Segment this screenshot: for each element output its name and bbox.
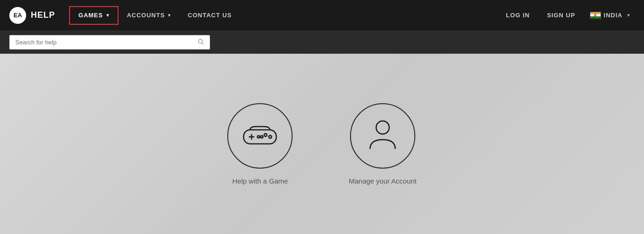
manage-account-label: Manage your Account	[349, 177, 416, 185]
help-game-label: Help with a Game	[232, 177, 288, 185]
svg-point-9	[376, 121, 389, 134]
nav-links: GAMES ▾ ACCOUNTS ▾ CONTACT US	[69, 0, 498, 30]
svg-line-1	[202, 43, 203, 44]
svg-point-5	[264, 134, 267, 136]
nav-item-games[interactable]: GAMES ▾	[69, 6, 119, 25]
svg-point-8	[261, 136, 263, 138]
nav-item-contact[interactable]: CONTACT US	[179, 0, 240, 30]
nav-right: LOG IN SIGN UP INDIA ▾	[498, 0, 635, 30]
search-input-wrapper[interactable]	[9, 35, 210, 50]
chevron-down-icon: ▾	[627, 13, 630, 18]
svg-point-7	[258, 136, 260, 138]
svg-point-0	[198, 39, 202, 43]
ea-logo: EA	[9, 7, 26, 24]
india-flag-icon	[590, 12, 601, 19]
manage-account-card[interactable]: Manage your Account	[349, 103, 416, 185]
login-button[interactable]: LOG IN	[498, 0, 537, 30]
navbar: EA HELP GAMES ▾ ACCOUNTS ▾ CONTACT US LO…	[0, 0, 644, 30]
nav-item-accounts[interactable]: ACCOUNTS ▾	[119, 0, 180, 30]
logo-area: EA HELP	[9, 7, 55, 24]
search-icon	[197, 38, 204, 46]
game-controller-icon	[227, 103, 293, 169]
user-icon	[350, 103, 415, 169]
main-content: Help with a Game Manage your Account	[0, 54, 644, 234]
svg-point-6	[269, 135, 272, 138]
search-input[interactable]	[15, 39, 197, 46]
country-selector[interactable]: INDIA ▾	[585, 0, 635, 30]
chevron-down-icon: ▾	[168, 13, 171, 18]
search-bar	[0, 30, 644, 54]
icon-row: Help with a Game Manage your Account	[227, 103, 416, 185]
signup-button[interactable]: SIGN UP	[539, 0, 582, 30]
help-game-card[interactable]: Help with a Game	[227, 103, 293, 185]
help-label: HELP	[31, 10, 55, 20]
chevron-down-icon: ▾	[106, 13, 109, 18]
